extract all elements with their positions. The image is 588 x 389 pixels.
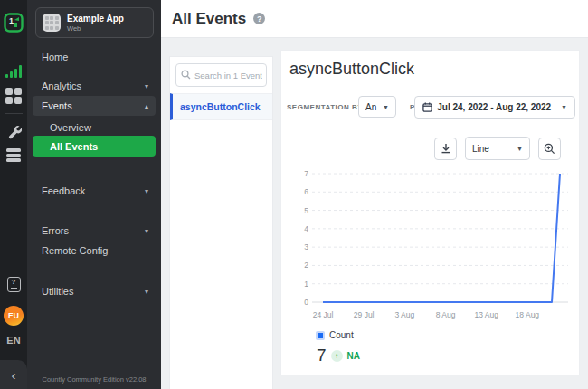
total-row: 7 ↑ NA: [317, 346, 360, 365]
chevron-up-icon: ▴: [145, 102, 148, 110]
download-button[interactable]: [434, 138, 457, 160]
svg-text:5: 5: [304, 206, 308, 215]
language-selector[interactable]: EN: [0, 335, 27, 346]
app-name: Example App: [67, 14, 124, 24]
sidebar-item-feedback[interactable]: Feedback ▾: [27, 183, 161, 199]
help-question-icon[interactable]: ?: [253, 13, 265, 24]
svg-text:3 Aug: 3 Aug: [394, 310, 414, 319]
page-header: All Events ?: [161, 0, 588, 38]
wrench-glyph: [6, 124, 22, 139]
svg-text:1: 1: [304, 280, 308, 289]
segmentation-label: SEGMENTATION BY: [287, 103, 363, 111]
svg-text:4: 4: [304, 224, 308, 233]
help-center-icon[interactable]: ?: [0, 277, 27, 292]
countly-dashboard: 1 ? EU EN ‹: [0, 0, 588, 389]
segmentation-select[interactable]: An ▼: [358, 96, 396, 118]
download-icon: [441, 143, 451, 154]
app-type: Web: [67, 24, 124, 33]
chevron-down-icon: ▾: [145, 187, 148, 195]
event-name: asyncButtonClick: [180, 101, 261, 112]
period-value: Jul 24, 2022 - Aug 22, 2022: [437, 102, 551, 112]
helpdoc-glyph: ?: [7, 277, 21, 292]
sidebar-item-all-events[interactable]: All Events: [33, 136, 156, 157]
svg-text:13 Aug: 13 Aug: [474, 310, 498, 319]
countly-logo-icon[interactable]: 1: [4, 13, 24, 33]
svg-text:8 Aug: 8 Aug: [436, 310, 456, 319]
section-divider: [281, 128, 579, 128]
search-wrap: [175, 63, 267, 87]
main-content: All Events ? asyncButtonClick asyncButto…: [161, 0, 588, 389]
sidebar: Example App Web Home Analytics ▾ Events …: [27, 0, 161, 389]
apps-grid-icon[interactable]: [0, 88, 27, 104]
nav-label: Remote Config: [42, 245, 108, 256]
svg-text:18 Aug: 18 Aug: [516, 310, 540, 319]
line-chart[interactable]: 0123456724 Jul29 Jul3 Aug8 Aug13 Aug18 A…: [299, 166, 571, 326]
sidebar-collapse-button[interactable]: ‹: [0, 360, 27, 389]
event-list-item-selected[interactable]: asyncButtonClick: [170, 93, 272, 120]
version-footer: Countly Community Edition v22.08: [27, 375, 161, 384]
trend-up-icon: ↑: [331, 350, 343, 362]
svg-text:29 Jul: 29 Jul: [354, 310, 375, 319]
stack-glyph: [6, 148, 21, 164]
svg-text:3: 3: [304, 242, 308, 251]
total-count: 7: [317, 346, 327, 365]
grid-glyph: [5, 88, 22, 104]
nav-label: Home: [42, 52, 68, 62]
nav-label: Utilities: [42, 286, 73, 297]
svg-text:7: 7: [304, 169, 308, 178]
segmentation-value: An: [365, 102, 376, 112]
chevron-down-icon: ▼: [517, 146, 523, 152]
sidebar-item-remote-config[interactable]: Remote Config: [27, 242, 161, 259]
svg-text:2: 2: [304, 261, 308, 270]
chevron-down-icon: ▾: [145, 288, 148, 296]
zoom-button[interactable]: [538, 138, 561, 160]
svg-text:6: 6: [304, 187, 308, 196]
chevron-down-icon: ▾: [145, 227, 148, 235]
language-label: EN: [6, 335, 20, 346]
user-avatar[interactable]: EU: [0, 306, 27, 326]
nav-label: Feedback: [42, 185, 85, 196]
sidebar-item-analytics[interactable]: Analytics ▾: [27, 78, 161, 94]
calendar-icon: [422, 102, 432, 112]
chart-type-value: Line: [472, 144, 489, 154]
svg-text:24 Jul: 24 Jul: [313, 310, 334, 319]
sidebar-item-events[interactable]: Events ▴: [33, 96, 156, 116]
trend-change: NA: [347, 351, 360, 361]
chevron-down-icon: ▼: [383, 104, 389, 110]
svg-text:1: 1: [9, 16, 14, 25]
legend-count[interactable]: Count: [316, 330, 354, 340]
chevron-down-icon: ▼: [561, 104, 567, 110]
filter-row: SEGMENTATION BY An ▼ PERIOD Jul 24, 2022…: [287, 96, 575, 119]
icon-rail: 1 ? EU EN ‹: [0, 0, 27, 389]
management-wrench-icon[interactable]: [0, 124, 27, 139]
legend-checkbox-icon: [316, 331, 325, 340]
bars-glyph: [5, 65, 22, 78]
svg-text:0: 0: [304, 298, 308, 307]
chart-controls: Line ▼: [434, 137, 561, 160]
nav-label: Events: [42, 100, 72, 111]
data-manager-icon[interactable]: [0, 148, 27, 164]
chevron-left-icon: ‹: [12, 367, 16, 383]
rail-divider: [5, 113, 23, 114]
nav-label: All Events: [50, 141, 98, 152]
nav-label: Analytics: [42, 81, 81, 91]
event-detail-title: asyncButtonClick: [289, 60, 414, 79]
date-range-picker[interactable]: Jul 24, 2022 - Aug 22, 2022 ▼: [414, 96, 575, 119]
magnifier-plus-icon: [544, 143, 555, 155]
chevron-down-icon: ▾: [145, 82, 148, 90]
analytics-bars-icon[interactable]: [0, 65, 27, 78]
legend-label: Count: [329, 330, 354, 340]
sidebar-item-utilities[interactable]: Utilities ▾: [27, 283, 161, 299]
nav-label: Overview: [50, 122, 91, 133]
nav-label: Errors: [42, 225, 69, 236]
search-icon: [181, 70, 191, 80]
page-title: All Events: [172, 10, 246, 28]
app-placeholder-icon: [43, 14, 61, 32]
event-list-panel: asyncButtonClick: [169, 56, 273, 389]
event-detail-panel: asyncButtonClick SEGMENTATION BY An ▼ PE…: [280, 50, 580, 375]
app-selector[interactable]: Example App Web: [35, 7, 154, 38]
sidebar-item-errors[interactable]: Errors ▾: [27, 223, 161, 239]
sidebar-item-home[interactable]: Home: [27, 49, 161, 65]
sidebar-item-overview[interactable]: Overview: [27, 119, 161, 136]
chart-type-select[interactable]: Line ▼: [465, 137, 530, 160]
